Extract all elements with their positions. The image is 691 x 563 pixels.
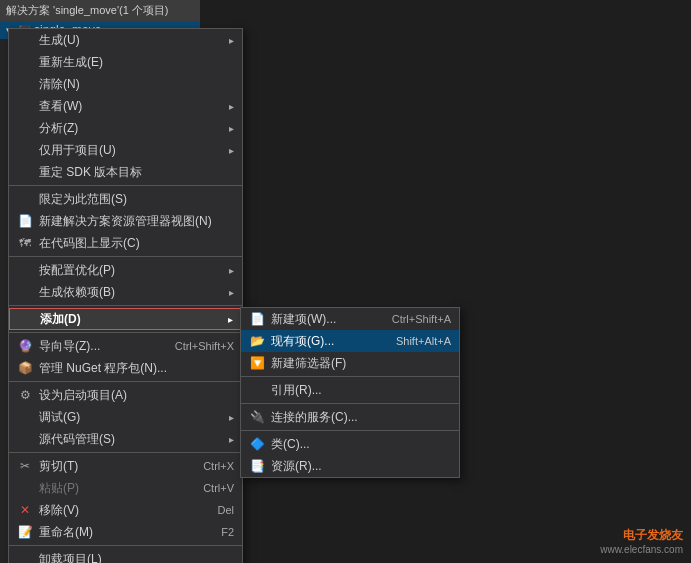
menu-item-source-control[interactable]: 源代码管理(S) ▸	[9, 428, 242, 450]
menu-label-show-in-diagram: 在代码图上显示(C)	[39, 235, 140, 252]
solution-title: 解决方案 'single_move'(1 个项目)	[0, 0, 199, 21]
editor-area	[200, 0, 691, 563]
menu-item-build[interactable]: 生成(U) ▸	[9, 29, 242, 51]
submenu-item-class[interactable]: 🔷 类(C)...	[241, 433, 459, 455]
menu-label-add: 添加(D)	[40, 311, 81, 328]
menu-label-set-startup: 设为启动项目(A)	[39, 387, 127, 404]
sdk-icon	[17, 164, 33, 180]
separator-4	[9, 332, 242, 333]
sub-arrow: ▸	[229, 265, 234, 276]
menu-label-analyze: 分析(Z)	[39, 120, 78, 137]
diagram-icon: 🗺	[17, 235, 33, 251]
proj-icon	[17, 142, 33, 158]
menu-item-limit-scope[interactable]: 限定为此范围(S)	[9, 188, 242, 210]
menu-item-optimize-by-config[interactable]: 按配置优化(P) ▸	[9, 259, 242, 281]
sub-arrow: ▸	[229, 35, 234, 46]
ref-icon	[249, 382, 265, 398]
menu-label-limit-scope: 限定为此范围(S)	[39, 191, 127, 208]
filter-icon: 🔽	[249, 355, 265, 371]
submenu-item-reference[interactable]: 引用(R)...	[241, 379, 459, 401]
menu-item-remove[interactable]: ✕ 移除(V) Del	[9, 499, 242, 521]
opt-icon	[17, 262, 33, 278]
submenu-label-resource: 资源(R)...	[271, 458, 322, 475]
menu-label-cut: 剪切(T)	[39, 458, 78, 475]
separator-7	[9, 545, 242, 546]
submenu-label-class: 类(C)...	[271, 436, 310, 453]
menu-label-view: 查看(W)	[39, 98, 82, 115]
menu-item-set-startup[interactable]: ⚙ 设为启动项目(A)	[9, 384, 242, 406]
menu-item-reset-sdk[interactable]: 重定 SDK 版本目标	[9, 161, 242, 183]
menu-label-debug: 调试(G)	[39, 409, 80, 426]
unload-icon	[17, 551, 33, 563]
submenu-label-existing-item: 现有项(G)...	[271, 333, 334, 350]
menu-item-show-in-diagram[interactable]: 🗺 在代码图上显示(C)	[9, 232, 242, 254]
menu-item-clean[interactable]: 清除(N)	[9, 73, 242, 95]
build-icon	[17, 32, 33, 48]
menu-item-debug[interactable]: 调试(G) ▸	[9, 406, 242, 428]
debug-icon	[17, 409, 33, 425]
submenu-item-resource[interactable]: 📑 资源(R)...	[241, 455, 459, 477]
sub-arrow: ▸	[228, 314, 233, 325]
submenu-item-existing-item[interactable]: 📂 现有项(G)... Shift+Alt+A	[241, 330, 459, 352]
rebuild-icon	[17, 54, 33, 70]
menu-item-navigate[interactable]: 🔮 导向导(Z)... Ctrl+Shift+X	[9, 335, 242, 357]
submenu-item-new-filter[interactable]: 🔽 新建筛选器(F)	[241, 352, 459, 374]
service-icon: 🔌	[249, 409, 265, 425]
dep-icon	[17, 284, 33, 300]
resource-icon: 📑	[249, 458, 265, 474]
submenu-item-new-item[interactable]: 📄 新建项(W)... Ctrl+Shift+A	[241, 308, 459, 330]
menu-item-view[interactable]: 查看(W) ▸	[9, 95, 242, 117]
menu-label-build: 生成(U)	[39, 32, 80, 49]
menu-item-rename[interactable]: 📝 重命名(M) F2	[9, 521, 242, 543]
shortcut-navigate: Ctrl+Shift+X	[175, 340, 234, 352]
page-icon: 📄	[17, 213, 33, 229]
menu-label-rename: 重命名(M)	[39, 524, 93, 541]
menu-label-manage-nuget: 管理 NuGet 程序包(N)...	[39, 360, 167, 377]
menu-label-new-solution-view: 新建解决方案资源管理器视图(N)	[39, 213, 212, 230]
remove-icon: ✕	[17, 502, 33, 518]
menu-label-unload: 卸载项目(L)	[39, 551, 102, 564]
menu-item-analyze[interactable]: 分析(Z) ▸	[9, 117, 242, 139]
menu-label-paste: 粘贴(P)	[39, 480, 79, 497]
add-submenu: 📄 新建项(W)... Ctrl+Shift+A 📂 现有项(G)... Shi…	[240, 307, 460, 478]
solution-title-text: 解决方案 'single_move'(1 个项目)	[6, 3, 169, 18]
submenu-item-connected-service[interactable]: 🔌 连接的服务(C)...	[241, 406, 459, 428]
submenu-sep-2	[241, 403, 459, 404]
shortcut-rename: F2	[221, 526, 234, 538]
shortcut-remove: Del	[217, 504, 234, 516]
shortcut-existing-item: Shift+Alt+A	[396, 335, 451, 347]
context-menu: 生成(U) ▸ 重新生成(E) 清除(N) 查看(W) ▸ 分析(Z) ▸ 仅用…	[8, 28, 243, 563]
menu-label-rebuild: 重新生成(E)	[39, 54, 103, 71]
menu-item-unload[interactable]: 卸载项目(L)	[9, 548, 242, 563]
shortcut-cut: Ctrl+X	[203, 460, 234, 472]
menu-item-paste[interactable]: 粘贴(P) Ctrl+V	[9, 477, 242, 499]
separator-1	[9, 185, 242, 186]
menu-label-reset-sdk: 重定 SDK 版本目标	[39, 164, 142, 181]
menu-item-gen-deps[interactable]: 生成依赖项(B) ▸	[9, 281, 242, 303]
menu-label-remove: 移除(V)	[39, 502, 79, 519]
menu-label-only-for-project: 仅用于项目(U)	[39, 142, 116, 159]
menu-item-manage-nuget[interactable]: 📦 管理 NuGet 程序包(N)...	[9, 357, 242, 379]
menu-item-new-solution-view[interactable]: 📄 新建解决方案资源管理器视图(N)	[9, 210, 242, 232]
menu-item-rebuild[interactable]: 重新生成(E)	[9, 51, 242, 73]
rename-icon: 📝	[17, 524, 33, 540]
scope-icon	[17, 191, 33, 207]
sub-arrow: ▸	[229, 101, 234, 112]
separator-6	[9, 452, 242, 453]
separator-2	[9, 256, 242, 257]
menu-item-cut[interactable]: ✂ 剪切(T) Ctrl+X	[9, 455, 242, 477]
menu-label-source-control: 源代码管理(S)	[39, 431, 115, 448]
sub-arrow: ▸	[229, 412, 234, 423]
paste-icon	[17, 480, 33, 496]
view-icon	[17, 98, 33, 114]
submenu-label-new-filter: 新建筛选器(F)	[271, 355, 346, 372]
menu-item-only-for-project[interactable]: 仅用于项目(U) ▸	[9, 139, 242, 161]
submenu-label-connected-service: 连接的服务(C)...	[271, 409, 358, 426]
wand-icon: 🔮	[17, 338, 33, 354]
menu-item-add[interactable]: 添加(D) ▸ 📄 新建项(W)... Ctrl+Shift+A 📂 现有项(G…	[9, 308, 242, 330]
submenu-sep-1	[241, 376, 459, 377]
menu-label-clean: 清除(N)	[39, 76, 80, 93]
menu-label-optimize-by-config: 按配置优化(P)	[39, 262, 115, 279]
sub-arrow: ▸	[229, 145, 234, 156]
menu-label-gen-deps: 生成依赖项(B)	[39, 284, 115, 301]
